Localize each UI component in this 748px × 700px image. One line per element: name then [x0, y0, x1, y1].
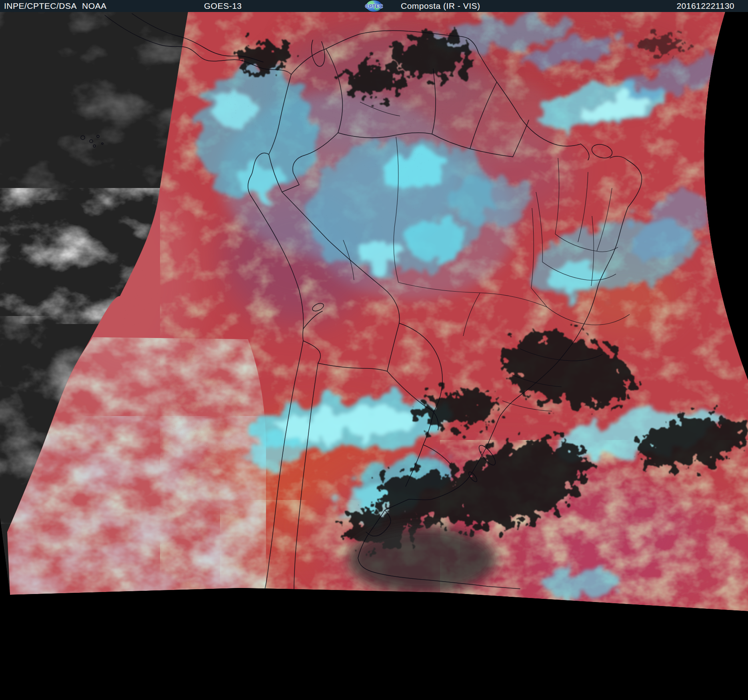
- header-product-label: Composta (IR - VIS): [401, 0, 480, 12]
- satellite-image: [0, 0, 748, 700]
- header-noaa-label: NOAA: [82, 0, 107, 12]
- page-background: { "header": { "agency": "INPE/CPTEC/DSA"…: [0, 0, 748, 700]
- header-satellite-label: GOES-13: [204, 0, 242, 12]
- header-agency-label: INPE/CPTEC/DSA: [4, 0, 77, 12]
- cptec-logo: CPTEC: [365, 0, 383, 12]
- header-timestamp: 201612221130: [676, 0, 734, 12]
- cptec-logo-text: CPTEC: [365, 3, 383, 9]
